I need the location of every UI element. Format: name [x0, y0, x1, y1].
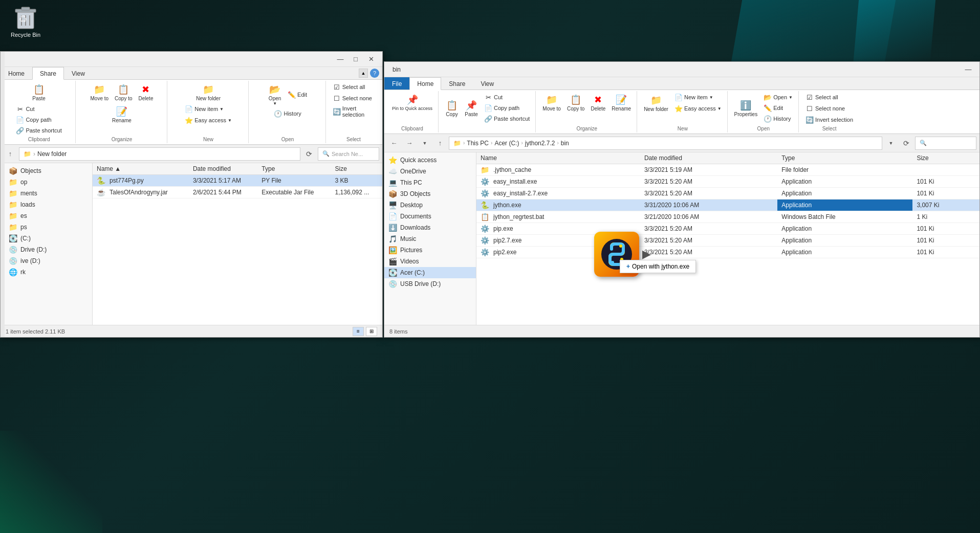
up-button-right[interactable]: ↑: [433, 137, 447, 150]
help-button[interactable]: ?: [370, 69, 379, 78]
sidebar-item-objects[interactable]: 📦 Objects: [5, 165, 92, 176]
tab-share-right[interactable]: Share: [441, 77, 473, 90]
right-address-bar[interactable]: 📁 › This PC › Acer (C:) › jython2.7.2 › …: [449, 137, 882, 150]
tab-home-left[interactable]: Home: [1, 67, 32, 79]
sidebar-item-drive-d[interactable]: 💿 Drive (D:): [5, 244, 92, 255]
sidebar-item-downloads[interactable]: ⬇️ Downloads: [384, 222, 476, 233]
ribbon-collapse-btn[interactable]: ▲: [359, 69, 368, 78]
move-to-button-left[interactable]: 📁 Move to: [88, 82, 111, 103]
maximize-button[interactable]: □: [349, 54, 363, 65]
edit-button-left[interactable]: ✏️ Edit: [285, 90, 310, 100]
sidebar-item-ments[interactable]: 📁 ments: [5, 188, 92, 199]
col-size-left[interactable]: Size: [331, 163, 382, 175]
sidebar-item-loads[interactable]: 📁 loads: [5, 199, 92, 210]
minimize-button[interactable]: —: [333, 54, 347, 65]
sidebar-item-usb[interactable]: 💿 USB Drive (D:): [384, 278, 476, 290]
copy-to-button-right[interactable]: 📋 Copy to: [564, 92, 587, 113]
col-type-left[interactable]: Type: [257, 163, 331, 175]
sidebar-item-ps[interactable]: 📁 ps: [5, 221, 92, 233]
back-button-right[interactable]: ←: [387, 137, 401, 150]
open-with-popup[interactable]: + Open with jython.exe: [620, 260, 696, 273]
pin-quick-access-button[interactable]: 📌 Pin to Quick access: [389, 92, 435, 113]
sidebar-item-this-pc[interactable]: 💻 This PC: [384, 177, 476, 188]
delete-button-right[interactable]: ✖ Delete: [588, 92, 608, 113]
select-all-button-left[interactable]: ☑ Select all: [330, 82, 368, 92]
sidebar-item-music[interactable]: 🎵 Music: [384, 233, 476, 245]
tab-share-left[interactable]: Share: [32, 67, 64, 80]
sidebar-item-ive-d[interactable]: 💿 ive (D:): [5, 255, 92, 266]
crumb-bin[interactable]: bin: [561, 140, 569, 147]
right-search-bar[interactable]: 🔍: [915, 137, 976, 150]
refresh-button-right[interactable]: ⟳: [900, 137, 913, 150]
sidebar-item-3d-objects[interactable]: 📦 3D Objects: [384, 188, 476, 199]
open-button-right[interactable]: 📂 Open ▼: [761, 92, 795, 102]
rename-button-right[interactable]: 📝 Rename: [609, 92, 634, 113]
close-button[interactable]: ✕: [364, 54, 378, 65]
open-button-left[interactable]: 📂 Open ▼: [266, 82, 284, 107]
address-crumb-left[interactable]: New folder: [37, 150, 67, 158]
sidebar-item-documents[interactable]: 📄 Documents: [384, 211, 476, 222]
select-none-button-left[interactable]: ☐ Select none: [330, 93, 375, 103]
table-row[interactable]: ☕ TalesOfAndrogyny.jar 2/6/2021 5:44 PM …: [93, 187, 382, 198]
history-button-right[interactable]: 🕐 History: [761, 114, 795, 124]
copy-to-button-left[interactable]: 📋 Copy to: [112, 82, 135, 103]
col-name-right[interactable]: Name: [476, 152, 640, 164]
sidebar-item-pictures[interactable]: 🖼️ Pictures: [384, 245, 476, 256]
table-row[interactable]: 📋 jython_regrtest.bat 3/21/2020 10:06 AM…: [476, 211, 979, 223]
crumb-acer[interactable]: Acer (C:): [494, 140, 519, 147]
crumb-jython[interactable]: jython2.7.2: [525, 140, 555, 147]
history-button-left[interactable]: 🕐 History: [271, 108, 303, 119]
tab-view-left[interactable]: View: [64, 67, 93, 79]
sidebar-item-desktop[interactable]: 🖥️ Desktop: [384, 199, 476, 211]
col-date-right[interactable]: Date modified: [640, 152, 777, 164]
left-address-bar[interactable]: 📁 › New folder: [19, 147, 300, 161]
up-button-left[interactable]: ↑: [4, 147, 17, 161]
sidebar-item-onedrive[interactable]: ☁️ OneDrive: [384, 166, 476, 177]
easy-access-button-left[interactable]: ⭐ Easy access ▼: [182, 115, 234, 125]
sidebar-item-acer-c[interactable]: 💽 Acer (C:): [384, 267, 476, 278]
properties-button-right[interactable]: ℹ️ Properties: [732, 98, 760, 119]
table-row[interactable]: ⚙️ pip2.exe 3/3/2021 5:20 AM Application…: [476, 247, 979, 258]
tab-view-right[interactable]: View: [473, 77, 502, 90]
address-dropdown-right[interactable]: ▼: [884, 137, 898, 150]
move-to-button-right[interactable]: 📁 Move to: [540, 92, 563, 113]
table-row[interactable]: 🐍 pst774Pg.py 3/3/2021 5:17 AM PY File 3…: [93, 175, 382, 187]
sidebar-item-es[interactable]: 📁 es: [5, 210, 92, 221]
forward-button-right[interactable]: →: [403, 137, 416, 150]
large-icons-view-btn[interactable]: ⊞: [366, 327, 377, 336]
paste-button-left[interactable]: 📋 Paste: [28, 82, 50, 103]
cut-button-left[interactable]: ✂ Cut: [13, 104, 64, 114]
refresh-button-left[interactable]: ⟳: [302, 147, 316, 161]
paste-shortcut-button-left[interactable]: 🔗 Paste shortcut: [13, 125, 64, 136]
col-type-right[interactable]: Type: [777, 152, 912, 164]
new-item-button-left[interactable]: 📄 New item ▼: [182, 104, 234, 114]
table-row[interactable]: 🐍 jython.exe 3/31/2020 10:06 AM Applicat…: [476, 199, 979, 211]
table-row[interactable]: ⚙️ pip.exe 3/3/2021 5:20 AM Application …: [476, 223, 979, 235]
cut-button-right[interactable]: ✂ Cut: [482, 92, 532, 102]
delete-button-left[interactable]: ✖ Delete: [136, 82, 156, 103]
recycle-bin-icon[interactable]: ♻ Recycle Bin: [5, 5, 46, 38]
tab-file-right[interactable]: File: [384, 77, 409, 90]
left-search-bar[interactable]: 🔍 Search Ne...: [318, 147, 379, 161]
new-item-button-right[interactable]: 📄 New item ▼: [672, 92, 724, 102]
tab-home-right[interactable]: Home: [409, 77, 441, 90]
paste-button-right[interactable]: 📌 Paste: [462, 98, 481, 119]
table-row[interactable]: ⚙️ easy_install.exe 3/3/2021 5:20 AM App…: [476, 176, 979, 188]
sidebar-item-op[interactable]: 📁 op: [5, 176, 92, 188]
minimize-button-right[interactable]: —: [961, 64, 975, 75]
new-folder-button-left[interactable]: 📁 New folder: [193, 82, 223, 103]
sidebar-item-videos[interactable]: 🎬 Videos: [384, 256, 476, 267]
table-row[interactable]: ⚙️ easy_install-2.7.exe 3/3/2021 5:20 AM…: [476, 188, 979, 199]
sidebar-item-rk[interactable]: 🌐 rk: [5, 266, 92, 278]
col-name-left[interactable]: Name ▲: [93, 163, 189, 175]
invert-selection-button-right[interactable]: 🔄 Invert selection: [803, 115, 856, 125]
edit-button-right[interactable]: ✏️ Edit: [761, 103, 795, 113]
table-row[interactable]: ⚙️ pip2.7.exe 3/3/2021 5:20 AM Applicati…: [476, 235, 979, 247]
new-folder-button-right[interactable]: 📁 New folder: [641, 93, 671, 114]
invert-selection-button-left[interactable]: 🔄 Invert selection: [330, 104, 377, 119]
paste-shortcut-button-right[interactable]: 🔗 Paste shortcut: [482, 114, 532, 124]
easy-access-button-right[interactable]: ⭐ Easy access ▼: [672, 103, 724, 114]
rename-button-left[interactable]: 📝 Rename: [110, 104, 134, 125]
sidebar-item-c[interactable]: 💽 (C:): [5, 233, 92, 244]
details-view-btn[interactable]: ≡: [353, 327, 364, 336]
